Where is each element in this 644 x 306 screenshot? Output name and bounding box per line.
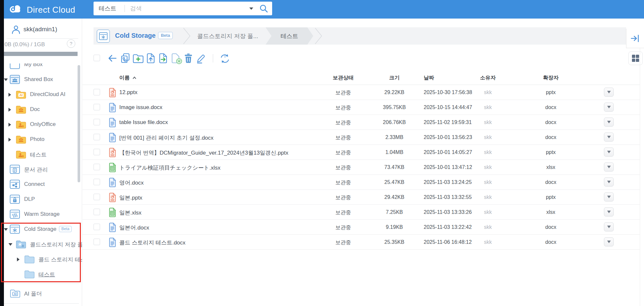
- file-name[interactable]: table Issue file.docx: [119, 119, 168, 126]
- row-checkbox[interactable]: [94, 224, 100, 230]
- row-menu-button[interactable]: [604, 88, 614, 97]
- column-header-owner[interactable]: 소유자: [480, 75, 496, 81]
- sidebar-item-13[interactable]: 콜드 스토리지 테스: [4, 252, 82, 267]
- row-menu-button[interactable]: [604, 237, 614, 246]
- sidebar-item-3[interactable]: Doc: [4, 102, 82, 117]
- file-name[interactable]: 영어.docx: [119, 179, 144, 187]
- file-name[interactable]: 일본.pptx: [119, 194, 142, 202]
- file-name[interactable]: 일본.xlsx: [119, 209, 141, 216]
- row-menu-button[interactable]: [604, 103, 614, 112]
- sidebar-item-ai-folder[interactable]: AIAI 폴더: [4, 286, 82, 301]
- collapsed-arrow-icon[interactable]: [8, 123, 11, 127]
- new-folder-icon[interactable]: [132, 52, 144, 65]
- file-owner: skk: [484, 119, 492, 125]
- window-edge: [0, 0, 4, 306]
- sidebar-item-10[interactable]: Warm Storage: [4, 207, 82, 222]
- row-checkbox[interactable]: [94, 179, 100, 185]
- collapsed-arrow-icon[interactable]: [8, 93, 11, 97]
- row-menu-button[interactable]: [604, 162, 614, 172]
- breadcrumb-folder[interactable]: 콜드스토리지 저장 폴...: [197, 32, 258, 40]
- sidebar-item-label: Cold StorageBeta: [24, 226, 72, 232]
- rename-icon[interactable]: [195, 52, 207, 65]
- sidebar-item-1[interactable]: Shared Box: [4, 72, 82, 87]
- row-checkbox[interactable]: [94, 149, 100, 155]
- search-scope-label[interactable]: 테스트: [99, 5, 116, 12]
- row-menu-button[interactable]: [604, 177, 614, 187]
- select-all-checkbox[interactable]: [94, 55, 100, 61]
- sidebar-item-12[interactable]: 콜드스토리지 저장 폴: [4, 237, 82, 252]
- row-checkbox[interactable]: [94, 209, 100, 215]
- upload-icon[interactable]: [145, 52, 157, 65]
- right-panel-edge: [640, 48, 644, 306]
- search-input[interactable]: [130, 3, 244, 14]
- row-checkbox[interactable]: [94, 164, 100, 170]
- collapsed-arrow-icon[interactable]: [17, 257, 20, 261]
- row-menu-button[interactable]: [604, 118, 614, 127]
- file-status: 보관중: [335, 209, 351, 216]
- row-menu-button[interactable]: [604, 222, 614, 231]
- file-size: 206.76KB: [383, 119, 406, 125]
- move-out-icon[interactable]: [157, 52, 169, 65]
- collapsed-arrow-icon[interactable]: [8, 108, 11, 112]
- sidebar-item-14[interactable]: 테스트: [4, 267, 82, 282]
- file-ext: docx: [545, 239, 556, 245]
- sidebar-item-9[interactable]: DLP: [4, 192, 82, 207]
- refresh-icon[interactable]: 1: [219, 52, 231, 66]
- row-menu-button[interactable]: [604, 207, 614, 216]
- column-header-size[interactable]: 크기: [389, 75, 400, 81]
- table-row: 【한국어 번역】DCMigrator_Guide_ver.17_2024년3월1…: [82, 145, 640, 160]
- row-checkbox[interactable]: [94, 119, 100, 125]
- file-name[interactable]: 【한국어 번역】DCMigrator_Guide_ver.17_2024년3월1…: [119, 149, 288, 157]
- sidebar-tree: My BoxShared BoxAIDirectCloud AIDocOnlyO…: [4, 63, 82, 282]
- sidebar-item-6[interactable]: 테스트: [4, 147, 82, 162]
- file-date: 2025-11-03 13:24:25: [424, 179, 472, 185]
- expanded-arrow-icon[interactable]: [4, 78, 8, 81]
- help-icon[interactable]: ?: [67, 39, 75, 48]
- sidebar-item-11[interactable]: Cold StorageBeta: [4, 222, 82, 237]
- column-header-status[interactable]: 보관상태: [333, 75, 354, 81]
- file-name[interactable]: [번역 001] 관리 페이지 초기 설정.docx: [119, 134, 213, 142]
- chevron-down-icon[interactable]: [249, 7, 253, 10]
- breadcrumb-root[interactable]: Cold StorageBeta: [115, 32, 173, 39]
- file-status: 보관중: [335, 134, 351, 141]
- row-menu-button[interactable]: [604, 132, 614, 142]
- row-menu-button[interactable]: [604, 192, 614, 202]
- row-checkbox[interactable]: [94, 104, 100, 110]
- row-menu-button[interactable]: [604, 147, 614, 157]
- table-row: 콜드 스토리지 테스트.docx보관중25.35KB2025-11-06 16:…: [82, 235, 640, 250]
- column-header-ext[interactable]: 확장자: [543, 75, 559, 81]
- row-checkbox[interactable]: [94, 239, 100, 245]
- file-name[interactable]: Image issue.docx: [119, 104, 162, 111]
- collapse-panel-button[interactable]: [626, 29, 644, 48]
- expanded-arrow-icon[interactable]: [4, 228, 8, 231]
- file-name[interactable]: 일본어.docx: [119, 224, 149, 231]
- row-checkbox[interactable]: [94, 89, 100, 95]
- sidebar-item-7[interactable]: 문서 관리: [4, 162, 82, 177]
- sidebar-item-0[interactable]: My Box: [4, 63, 82, 72]
- expanded-arrow-icon[interactable]: [8, 243, 12, 246]
- collapsed-arrow-icon[interactable]: [8, 138, 11, 142]
- row-checkbox[interactable]: [94, 194, 100, 200]
- breadcrumb-current[interactable]: 테스트: [266, 27, 313, 45]
- search-icon[interactable]: [259, 4, 268, 14]
- file-name[interactable]: 12.pptx: [119, 89, 138, 96]
- file-size: 9.19KB: [386, 224, 403, 230]
- sidebar-item-2[interactable]: AIDirectCloud AI: [4, 87, 82, 102]
- sidebar-item-8[interactable]: Connect: [4, 177, 82, 192]
- logo-text: Direct Cloud: [27, 5, 75, 15]
- sidebar-item-4[interactable]: OnlyOffice: [4, 117, 82, 132]
- sidebar-item-label: Warm Storage: [24, 211, 60, 217]
- sidebar-item-label: 테스트: [30, 151, 47, 159]
- delete-icon[interactable]: [183, 52, 194, 65]
- column-header-date[interactable]: 날짜: [424, 75, 434, 81]
- sidebar-item-5[interactable]: Photo: [4, 132, 82, 147]
- unfreeze-icon[interactable]: [170, 52, 183, 66]
- column-header-name[interactable]: 이름: [119, 75, 137, 81]
- copy-icon[interactable]: [120, 52, 131, 65]
- file-name[interactable]: 콜드 스토리지 테스트.docx: [119, 239, 185, 246]
- back-icon[interactable]: [107, 52, 118, 65]
- row-checkbox[interactable]: [94, 134, 100, 140]
- sidebar-scrollbar[interactable]: [78, 65, 80, 182]
- file-name[interactable]: トライアル検証項目チェックシート.xlsx: [119, 164, 220, 172]
- directcloud-logo[interactable]: Direct Cloud: [8, 4, 75, 16]
